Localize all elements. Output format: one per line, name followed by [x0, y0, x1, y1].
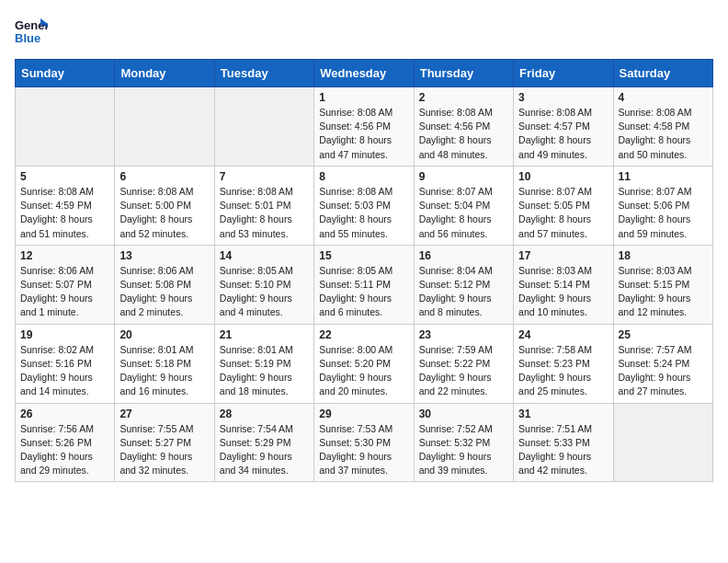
day-info: Sunrise: 7:57 AM Sunset: 5:24 PM Dayligh…: [619, 343, 708, 399]
calendar-cell: [16, 87, 115, 167]
day-number: 17: [518, 249, 608, 262]
day-info: Sunrise: 7:55 AM Sunset: 5:27 PM Dayligh…: [119, 422, 209, 478]
day-number: 23: [419, 328, 508, 341]
calendar-cell: [613, 403, 712, 482]
calendar-body: 1Sunrise: 8:08 AM Sunset: 4:56 PM Daylig…: [16, 87, 713, 482]
calendar-cell: 8Sunrise: 8:08 AM Sunset: 5:03 PM Daylig…: [314, 166, 414, 245]
day-info: Sunrise: 7:52 AM Sunset: 5:32 PM Dayligh…: [419, 422, 508, 478]
day-number: 20: [119, 328, 209, 341]
day-number: 4: [619, 91, 708, 104]
day-number: 6: [119, 170, 209, 183]
calendar-cell: 14Sunrise: 8:05 AM Sunset: 5:10 PM Dayli…: [214, 245, 313, 324]
day-number: 11: [619, 170, 708, 183]
day-info: Sunrise: 8:03 AM Sunset: 5:15 PM Dayligh…: [619, 264, 708, 320]
calendar-week-row: 26Sunrise: 7:56 AM Sunset: 5:26 PM Dayli…: [16, 403, 713, 482]
day-info: Sunrise: 8:06 AM Sunset: 5:08 PM Dayligh…: [119, 264, 209, 320]
day-info: Sunrise: 7:53 AM Sunset: 5:30 PM Dayligh…: [319, 422, 408, 478]
logo-icon: General Blue: [15, 15, 48, 48]
calendar-cell: 22Sunrise: 8:00 AM Sunset: 5:20 PM Dayli…: [314, 324, 414, 403]
day-number: 24: [518, 328, 608, 341]
day-number: 9: [419, 170, 508, 183]
day-info: Sunrise: 8:03 AM Sunset: 5:14 PM Dayligh…: [518, 264, 608, 320]
calendar-cell: 31Sunrise: 7:51 AM Sunset: 5:33 PM Dayli…: [514, 403, 613, 482]
calendar-cell: 9Sunrise: 8:07 AM Sunset: 5:04 PM Daylig…: [414, 166, 513, 245]
logo: General Blue: [15, 15, 48, 48]
calendar-cell: 19Sunrise: 8:02 AM Sunset: 5:16 PM Dayli…: [16, 324, 115, 403]
day-number: 18: [619, 249, 708, 262]
calendar-cell: 11Sunrise: 8:07 AM Sunset: 5:06 PM Dayli…: [613, 166, 712, 245]
calendar-week-row: 19Sunrise: 8:02 AM Sunset: 5:16 PM Dayli…: [16, 324, 713, 403]
day-number: 25: [619, 328, 708, 341]
calendar-cell: 6Sunrise: 8:08 AM Sunset: 5:00 PM Daylig…: [115, 166, 214, 245]
weekday-header-monday: Monday: [115, 60, 214, 87]
calendar-cell: 13Sunrise: 8:06 AM Sunset: 5:08 PM Dayli…: [115, 245, 214, 324]
calendar-week-row: 5Sunrise: 8:08 AM Sunset: 4:59 PM Daylig…: [16, 166, 713, 245]
calendar-cell: 12Sunrise: 8:06 AM Sunset: 5:07 PM Dayli…: [16, 245, 115, 324]
day-number: 26: [20, 408, 109, 420]
day-info: Sunrise: 7:54 AM Sunset: 5:29 PM Dayligh…: [220, 422, 309, 478]
day-number: 1: [319, 91, 408, 104]
calendar-cell: 26Sunrise: 7:56 AM Sunset: 5:26 PM Dayli…: [16, 403, 115, 482]
day-info: Sunrise: 8:08 AM Sunset: 4:57 PM Dayligh…: [518, 106, 608, 162]
calendar-cell: 29Sunrise: 7:53 AM Sunset: 5:30 PM Dayli…: [314, 403, 414, 482]
day-number: 15: [319, 249, 408, 262]
day-number: 16: [419, 249, 508, 262]
day-number: 8: [319, 170, 408, 183]
day-info: Sunrise: 8:05 AM Sunset: 5:11 PM Dayligh…: [319, 264, 408, 320]
day-info: Sunrise: 8:08 AM Sunset: 5:00 PM Dayligh…: [119, 185, 209, 241]
calendar-header: SundayMondayTuesdayWednesdayThursdayFrid…: [16, 60, 713, 87]
calendar-cell: 4Sunrise: 8:08 AM Sunset: 4:58 PM Daylig…: [613, 87, 712, 167]
day-number: 21: [220, 328, 309, 341]
calendar-cell: 5Sunrise: 8:08 AM Sunset: 4:59 PM Daylig…: [16, 166, 115, 245]
calendar-cell: 2Sunrise: 8:08 AM Sunset: 4:56 PM Daylig…: [414, 87, 513, 167]
weekday-header-saturday: Saturday: [613, 60, 712, 87]
day-info: Sunrise: 8:05 AM Sunset: 5:10 PM Dayligh…: [220, 264, 309, 320]
day-number: 2: [419, 91, 508, 104]
day-info: Sunrise: 8:08 AM Sunset: 5:03 PM Dayligh…: [319, 185, 408, 241]
day-info: Sunrise: 8:01 AM Sunset: 5:19 PM Dayligh…: [220, 343, 309, 399]
calendar-cell: 1Sunrise: 8:08 AM Sunset: 4:56 PM Daylig…: [314, 87, 414, 167]
weekday-header-tuesday: Tuesday: [214, 60, 313, 87]
page-header: General Blue: [15, 15, 713, 48]
weekday-header-thursday: Thursday: [414, 60, 513, 87]
day-info: Sunrise: 8:08 AM Sunset: 4:56 PM Dayligh…: [319, 106, 408, 162]
day-number: 31: [518, 408, 608, 420]
day-number: 14: [220, 249, 309, 262]
calendar-table: SundayMondayTuesdayWednesdayThursdayFrid…: [15, 59, 713, 482]
day-info: Sunrise: 7:58 AM Sunset: 5:23 PM Dayligh…: [518, 343, 608, 399]
day-number: 5: [20, 170, 109, 183]
day-info: Sunrise: 8:01 AM Sunset: 5:18 PM Dayligh…: [119, 343, 209, 399]
weekday-header-row: SundayMondayTuesdayWednesdayThursdayFrid…: [16, 60, 713, 87]
calendar-cell: 16Sunrise: 8:04 AM Sunset: 5:12 PM Dayli…: [414, 245, 513, 324]
day-info: Sunrise: 8:07 AM Sunset: 5:06 PM Dayligh…: [619, 185, 708, 241]
calendar-cell: 27Sunrise: 7:55 AM Sunset: 5:27 PM Dayli…: [115, 403, 214, 482]
weekday-header-wednesday: Wednesday: [314, 60, 414, 87]
day-number: 22: [319, 328, 408, 341]
day-info: Sunrise: 7:59 AM Sunset: 5:22 PM Dayligh…: [419, 343, 508, 399]
day-info: Sunrise: 7:56 AM Sunset: 5:26 PM Dayligh…: [20, 422, 109, 478]
day-info: Sunrise: 8:08 AM Sunset: 4:56 PM Dayligh…: [419, 106, 508, 162]
day-info: Sunrise: 8:06 AM Sunset: 5:07 PM Dayligh…: [20, 264, 109, 320]
day-number: 27: [119, 408, 209, 420]
calendar-cell: 20Sunrise: 8:01 AM Sunset: 5:18 PM Dayli…: [115, 324, 214, 403]
day-info: Sunrise: 8:08 AM Sunset: 4:59 PM Dayligh…: [20, 185, 109, 241]
day-info: Sunrise: 7:51 AM Sunset: 5:33 PM Dayligh…: [518, 422, 608, 478]
weekday-header-sunday: Sunday: [16, 60, 115, 87]
day-number: 29: [319, 408, 408, 420]
svg-text:Blue: Blue: [15, 31, 40, 45]
day-number: 10: [518, 170, 608, 183]
day-number: 13: [119, 249, 209, 262]
day-info: Sunrise: 8:02 AM Sunset: 5:16 PM Dayligh…: [20, 343, 109, 399]
calendar-week-row: 12Sunrise: 8:06 AM Sunset: 5:07 PM Dayli…: [16, 245, 713, 324]
day-info: Sunrise: 8:04 AM Sunset: 5:12 PM Dayligh…: [419, 264, 508, 320]
weekday-header-friday: Friday: [514, 60, 613, 87]
day-info: Sunrise: 8:08 AM Sunset: 5:01 PM Dayligh…: [220, 185, 309, 241]
day-number: 7: [220, 170, 309, 183]
calendar-cell: 17Sunrise: 8:03 AM Sunset: 5:14 PM Dayli…: [514, 245, 613, 324]
calendar-cell: 23Sunrise: 7:59 AM Sunset: 5:22 PM Dayli…: [414, 324, 513, 403]
calendar-cell: 28Sunrise: 7:54 AM Sunset: 5:29 PM Dayli…: [214, 403, 313, 482]
calendar-cell: 21Sunrise: 8:01 AM Sunset: 5:19 PM Dayli…: [214, 324, 313, 403]
day-info: Sunrise: 8:07 AM Sunset: 5:04 PM Dayligh…: [419, 185, 508, 241]
calendar-cell: 18Sunrise: 8:03 AM Sunset: 5:15 PM Dayli…: [613, 245, 712, 324]
calendar-cell: 25Sunrise: 7:57 AM Sunset: 5:24 PM Dayli…: [613, 324, 712, 403]
